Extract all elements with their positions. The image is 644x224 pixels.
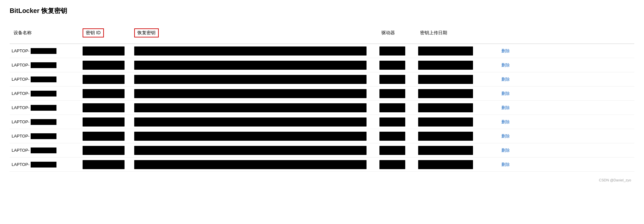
- recovery-key-redacted: [134, 132, 367, 141]
- date-redacted: [418, 160, 473, 169]
- drive-redacted: [379, 61, 405, 70]
- recovery-key-redacted: [134, 146, 367, 155]
- device-name-redacted: [31, 62, 56, 68]
- cell-upload-date: [416, 156, 481, 173]
- delete-button[interactable]: 删除: [481, 46, 513, 56]
- cell-device-name: LAPTOP-: [10, 117, 81, 127]
- device-name-redacted: [31, 119, 56, 125]
- cell-device-name: LAPTOP-: [10, 159, 81, 170]
- header-drive: 驱动器: [377, 25, 416, 41]
- recovery-key-redacted: [134, 75, 367, 84]
- header-key-id: 密钥 ID: [81, 25, 132, 41]
- delete-button[interactable]: 删除: [481, 131, 513, 142]
- table-row: LAPTOP-删除: [10, 143, 634, 158]
- table-row: LAPTOP-删除: [10, 101, 634, 115]
- key-id-redacted: [83, 89, 125, 98]
- table-row: LAPTOP-删除: [10, 58, 634, 72]
- drive-redacted: [379, 75, 405, 84]
- recovery-key-redacted: [134, 89, 367, 98]
- header-recovery-key: 恢复密钥: [132, 25, 377, 41]
- recovery-key-redacted: [134, 160, 367, 169]
- cell-device-name: LAPTOP-: [10, 88, 81, 99]
- table-row: LAPTOP-删除: [10, 115, 634, 129]
- cell-recovery-key: [132, 156, 377, 173]
- bitlocker-table: 设备名称 密钥 ID 恢复密钥 驱动器 密钥上传日期 LAPTOP-删除LAPT…: [10, 25, 634, 172]
- cell-device-name: LAPTOP-: [10, 131, 81, 142]
- key-id-redacted: [83, 132, 125, 141]
- recovery-key-redacted: [134, 103, 367, 112]
- date-redacted: [418, 117, 473, 127]
- key-id-redacted: [83, 61, 125, 70]
- table-row: LAPTOP-删除: [10, 158, 634, 172]
- key-id-redacted: [83, 75, 125, 84]
- table-row: LAPTOP-删除: [10, 87, 634, 101]
- drive-redacted: [379, 117, 405, 127]
- delete-button[interactable]: 删除: [481, 88, 513, 99]
- drive-redacted: [379, 146, 405, 155]
- cell-device-name: LAPTOP-: [10, 74, 81, 85]
- device-name-redacted: [31, 162, 56, 168]
- recovery-key-redacted: [134, 61, 367, 70]
- delete-button[interactable]: 删除: [481, 159, 513, 170]
- delete-button[interactable]: 删除: [481, 117, 513, 127]
- date-redacted: [418, 103, 473, 112]
- device-name-redacted: [31, 133, 56, 139]
- table-row: LAPTOP-删除: [10, 44, 634, 58]
- cell-device-name: LAPTOP-: [10, 60, 81, 71]
- date-redacted: [418, 61, 473, 70]
- date-redacted: [418, 75, 473, 84]
- cell-device-name: LAPTOP-: [10, 46, 81, 56]
- key-id-redacted: [83, 103, 125, 112]
- key-id-redacted: [83, 160, 125, 169]
- drive-redacted: [379, 132, 405, 141]
- device-name-redacted: [31, 148, 56, 153]
- cell-key-id: [81, 156, 132, 173]
- header-upload-date: 密钥上传日期: [416, 25, 481, 41]
- key-id-redacted: [83, 46, 125, 56]
- date-redacted: [418, 46, 473, 56]
- drive-redacted: [379, 103, 405, 112]
- page-title: BitLocker 恢复密钥: [10, 6, 634, 15]
- delete-button[interactable]: 删除: [481, 145, 513, 156]
- cell-device-name: LAPTOP-: [10, 102, 81, 113]
- date-redacted: [418, 132, 473, 141]
- key-id-redacted: [83, 117, 125, 127]
- delete-button[interactable]: 删除: [481, 60, 513, 71]
- device-name-redacted: [31, 91, 56, 97]
- header-action: [481, 25, 513, 41]
- cell-device-name: LAPTOP-: [10, 145, 81, 156]
- device-name-redacted: [31, 48, 56, 54]
- drive-redacted: [379, 46, 405, 56]
- device-name-redacted: [31, 76, 56, 82]
- drive-redacted: [379, 89, 405, 98]
- date-redacted: [418, 89, 473, 98]
- delete-button[interactable]: 删除: [481, 102, 513, 113]
- drive-redacted: [379, 160, 405, 169]
- table-row: LAPTOP-删除: [10, 72, 634, 87]
- table-body: LAPTOP-删除LAPTOP-删除LAPTOP-删除LAPTOP-删除LAPT…: [10, 44, 634, 172]
- table-row: LAPTOP-删除: [10, 129, 634, 143]
- header-device-name: 设备名称: [10, 25, 81, 41]
- recovery-key-redacted: [134, 117, 367, 127]
- table-header: 设备名称 密钥 ID 恢复密钥 驱动器 密钥上传日期: [10, 25, 634, 44]
- key-id-redacted: [83, 146, 125, 155]
- delete-button[interactable]: 删除: [481, 74, 513, 85]
- recovery-key-redacted: [134, 46, 367, 56]
- date-redacted: [418, 146, 473, 155]
- cell-drive: [377, 156, 416, 173]
- footer-credit: CSDN @Daniel_zyo: [10, 178, 634, 182]
- device-name-redacted: [31, 105, 56, 111]
